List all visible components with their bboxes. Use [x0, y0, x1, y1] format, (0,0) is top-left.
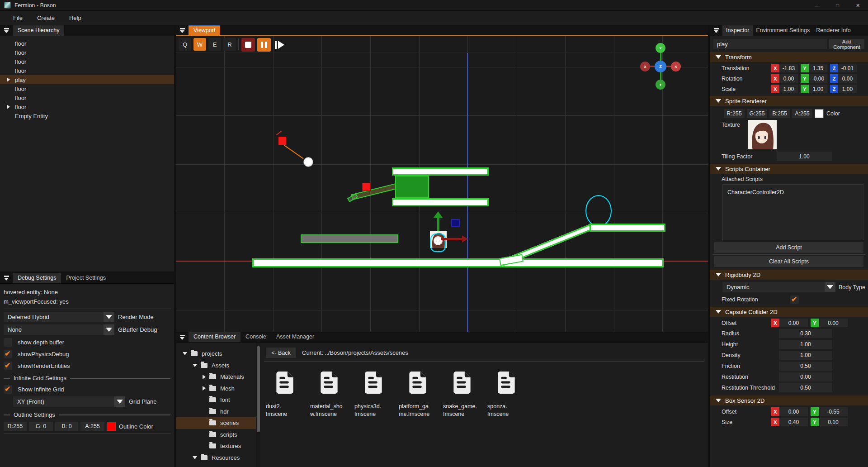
tree-scrollbar[interactable]	[256, 343, 260, 467]
box-offset-y[interactable]: -0.55	[819, 407, 848, 416]
showPhysicsDebug-checkbox[interactable]	[4, 350, 12, 358]
back-button[interactable]: <- Back	[266, 348, 296, 358]
outline-g-value[interactable]: G: 0	[29, 422, 53, 431]
tool-q-button[interactable]: Q	[179, 38, 191, 51]
gizmo-x-negative[interactable]: X	[640, 62, 650, 71]
tree-expand-icon[interactable]	[203, 375, 206, 379]
hierarchy-item-floor[interactable]: floor	[0, 66, 174, 75]
tab-debug-settings[interactable]: Debug Settings	[13, 273, 61, 283]
rotation-x-value[interactable]: 0.00	[779, 74, 798, 83]
tree-item-projects[interactable]: projects	[176, 348, 256, 360]
tree-item-mesh[interactable]: Mesh	[176, 383, 256, 395]
rotated-plank-entity[interactable]	[351, 182, 401, 200]
platform-upper-right[interactable]	[590, 224, 665, 232]
tree-item-assets[interactable]: Assets	[176, 360, 256, 372]
gizmo-y-negative[interactable]: Y	[656, 80, 665, 90]
hierarchy-item-floor[interactable]: floor	[0, 48, 174, 57]
ball-entity[interactable]	[303, 157, 313, 167]
collapse-panel-icon[interactable]	[4, 28, 10, 34]
scale-y-value[interactable]: 1.00	[809, 85, 827, 93]
outline-b-value[interactable]: B: 0	[55, 422, 78, 431]
red-box-entity[interactable]	[362, 183, 371, 191]
grid-plane-dropdown[interactable]: XY (Front)	[13, 396, 125, 407]
sprite-r-value[interactable]: R:255	[724, 109, 745, 118]
tab-inspector[interactable]: Inspector	[722, 25, 753, 36]
gray-platform-entity[interactable]	[301, 234, 398, 243]
tab-renderer-info[interactable]: Renderer Info	[813, 25, 854, 36]
tree-expand-icon[interactable]	[193, 364, 197, 367]
transform-section-header[interactable]: Transform	[710, 52, 868, 62]
add-component-button[interactable]: Add Component	[829, 39, 864, 49]
tree-item-hdr[interactable]: hdr	[176, 406, 256, 418]
file-material_show.fmscene[interactable]: material_show.fmscene	[310, 371, 353, 418]
box-offset-x[interactable]: 0.00	[779, 407, 808, 416]
chevron-down-icon[interactable]	[825, 282, 835, 292]
box-sensor-section-header[interactable]: Box Sensor 2D	[710, 396, 868, 405]
file-physics3d.fmscene[interactable]: physics3d.fmscene	[354, 371, 397, 418]
expand-arrow-icon[interactable]	[7, 105, 10, 109]
chevron-down-icon[interactable]	[104, 312, 114, 322]
tree-expand-icon[interactable]	[203, 386, 206, 391]
capsule-offset-y[interactable]: 0.00	[819, 319, 848, 327]
maximize-button[interactable]: □	[827, 0, 848, 11]
field-value[interactable]: 1.00	[779, 351, 832, 360]
sprite-a-value[interactable]: A:255	[792, 109, 812, 118]
box-size-y[interactable]: 0.10	[819, 418, 848, 426]
gbuffer-debug-dropdown[interactable]: None	[4, 324, 114, 335]
showRenderEntities-checkbox[interactable]	[4, 362, 12, 370]
add-script-button[interactable]: Add Script	[714, 242, 863, 253]
field-value[interactable]: 0.50	[779, 362, 832, 371]
tree-item-materials[interactable]: Materials	[176, 371, 256, 383]
field-value[interactable]: 1.00	[779, 340, 832, 349]
file-dust2.fmscene[interactable]: dust2.fmscene	[266, 371, 308, 418]
menu-create[interactable]: Create	[32, 14, 60, 21]
platform-middle[interactable]	[392, 198, 489, 206]
menu-help[interactable]: Help	[64, 14, 86, 21]
translation-z-value[interactable]: -0.01	[838, 64, 857, 72]
scripts-container-section-header[interactable]: Scripts Container	[710, 164, 868, 174]
field-value[interactable]: 0.50	[779, 383, 832, 392]
rotation-z-value[interactable]: 0.00	[838, 74, 857, 83]
script-list-item[interactable]: CharacterController2D	[723, 185, 863, 195]
collapse-panel-icon[interactable]	[179, 28, 186, 34]
texture-thumbnail[interactable]	[748, 120, 777, 149]
tab-scene-hierarchy[interactable]: Scene Hierarchy	[13, 25, 64, 36]
tab-viewport[interactable]: Viewport	[189, 25, 220, 36]
green-box-entity[interactable]	[395, 176, 429, 198]
file-snake_game.fmscene[interactable]: snake_game.fmscene	[443, 371, 486, 418]
box-size-x[interactable]: 0.40	[779, 418, 808, 426]
capsule-offset-x[interactable]: 0.00	[779, 319, 808, 327]
tab-asset-manager[interactable]: Asset Manager	[271, 332, 319, 342]
clear-all-scripts-button[interactable]: Clear All Scripts	[714, 256, 863, 267]
circle-collider-outline[interactable]	[585, 195, 612, 227]
sprite-renderer-section-header[interactable]: Sprite Renderer	[710, 96, 868, 106]
file-sponza.fmscene[interactable]: sponza.fmscene	[487, 371, 530, 418]
sprite-g-value[interactable]: G:255	[747, 109, 767, 118]
tab-environment-settings[interactable]: Environment Settings	[753, 25, 813, 36]
minimize-button[interactable]: —	[807, 0, 827, 11]
gizmo-y-positive[interactable]: Y	[656, 43, 665, 53]
tree-expand-icon[interactable]	[193, 456, 197, 459]
body-type-dropdown[interactable]: Dynamic	[722, 282, 835, 292]
hierarchy-item-floor[interactable]: floor	[0, 84, 174, 93]
gizmo-x-positive[interactable]: X	[671, 62, 681, 71]
hierarchy-item-floor[interactable]: floor	[0, 102, 174, 111]
scrollbar-thumb[interactable]	[257, 346, 260, 432]
file-platform_game.fmscene[interactable]: platform_game.fmscene	[399, 371, 441, 418]
tab-project-settings[interactable]: Project Settings	[61, 273, 111, 283]
rotation-y-value[interactable]: -0.00	[809, 74, 827, 83]
hierarchy-item-floor[interactable]: floor	[0, 93, 174, 102]
platform-top[interactable]	[392, 167, 489, 176]
hierarchy-item-empty-entity[interactable]: Empty Entity	[0, 111, 174, 120]
tree-item-scripts[interactable]: scripts	[176, 429, 256, 441]
collapse-panel-icon[interactable]	[4, 275, 10, 281]
red-anchor-entity[interactable]	[278, 137, 286, 145]
show-depth-buffer-checkbox[interactable]	[4, 338, 12, 347]
expand-arrow-icon[interactable]	[7, 77, 10, 82]
show-infinite-grid-checkbox[interactable]	[4, 385, 12, 394]
field-value[interactable]: 0.30	[779, 329, 832, 338]
rigidbody-section-header[interactable]: Rigidbody 2D	[710, 270, 868, 280]
gizmo-z-center[interactable]: Z	[655, 61, 666, 72]
fixed-rotation-checkbox[interactable]	[790, 295, 799, 304]
hierarchy-item-floor[interactable]: floor	[0, 57, 174, 66]
